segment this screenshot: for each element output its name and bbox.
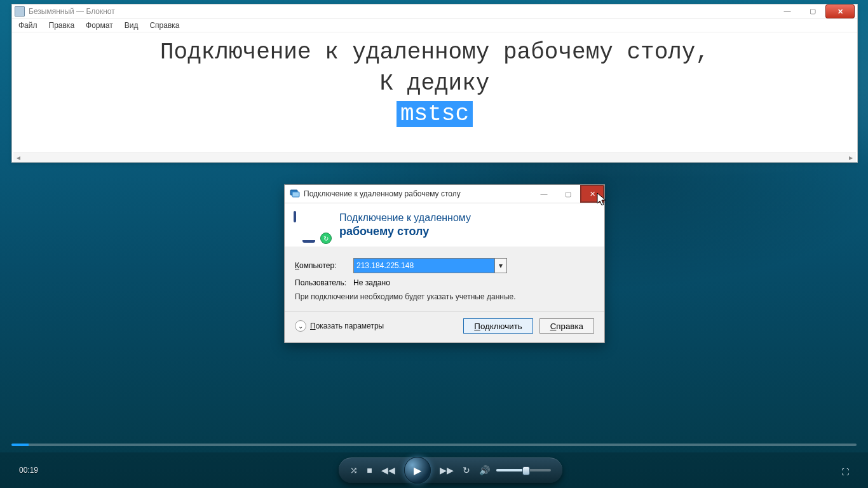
rdp-banner: ↻ Подключение к удаленному рабочему стол… [285,203,604,247]
volume-thumb[interactable] [522,466,530,475]
notepad-menu-bar: Файл Правка Формат Вид Справка [12,19,857,32]
menu-file[interactable]: Файл [17,20,39,31]
shuffle-button[interactable]: ⤮ [350,465,358,475]
volume-fill [496,469,526,471]
close-icon: ✕ [837,8,843,15]
notepad-selected-text: mstsc [397,101,473,127]
seek-bar[interactable] [11,444,857,446]
rdp-maximize-button[interactable]: ▢ [556,185,580,203]
minimize-icon: — [784,8,791,15]
rdp-connect-badge-icon: ↻ [320,233,332,244]
notepad-line-1: Подключение к удаленному рабочему столу, [22,37,847,69]
combo-caret-icon[interactable]: ▾ [494,259,506,273]
computer-combo[interactable]: ▾ [353,258,507,273]
notepad-window-controls: — ▢ ✕ [775,4,855,18]
rdp-footer: ⌄ Показать параметры Подключить Справка [285,311,604,342]
previous-button[interactable]: ◀◀ [381,465,395,475]
user-value: Не задано [353,278,390,287]
minimize-button[interactable]: — [775,4,800,17]
maximize-icon: ▢ [810,8,816,15]
maximize-button[interactable]: ▢ [800,4,825,17]
computer-input[interactable] [354,259,494,273]
rdp-body: Компьютер: ▾ Пользователь: Не задано При… [285,247,604,311]
show-options-label: Показать параметры [310,322,384,330]
svg-rect-1 [292,192,299,197]
media-player-bar: 00:19 ⤮ ■ ◀◀ ▶ ▶▶ ↻ 🔊 [0,452,868,488]
stop-button[interactable]: ■ [367,465,372,475]
notepad-window: Безымянный — Блокнот — ▢ ✕ Файл Правка Ф… [11,4,858,163]
menu-edit[interactable]: Правка [48,20,76,31]
scroll-left-icon[interactable]: ◂ [13,153,24,162]
transport-controls: ⤮ ■ ◀◀ ▶ ▶▶ ↻ 🔊 [339,458,562,483]
connect-button[interactable]: Подключить [463,318,532,334]
rdp-window-controls: — ▢ ✕ [532,185,604,203]
rdp-title: Подключение к удаленному рабочему столу [304,189,461,198]
fullscreen-button[interactable]: ⛶ [841,468,849,477]
rdp-computer-icon: ↻ [294,212,328,240]
rdp-heading-line2: рабочему столу [339,225,471,238]
help-button[interactable]: Справка [539,318,594,334]
maximize-icon: ▢ [565,191,571,198]
rdp-minimize-button[interactable]: — [532,185,556,203]
close-icon: ✕ [590,191,595,198]
notepad-titlebar[interactable]: Безымянный — Блокнот — ▢ ✕ [12,4,857,19]
menu-format[interactable]: Формат [85,20,114,31]
rdp-heading-line1: Подключение к удаленному [339,212,471,224]
volume-slider[interactable] [496,469,551,471]
rdp-titlebar[interactable]: Подключение к удаленному рабочему столу … [285,185,604,203]
scroll-right-icon[interactable]: ▸ [846,153,856,162]
close-button[interactable]: ✕ [825,4,855,18]
user-label: Пользователь: [295,278,353,287]
chevron-down-icon: ⌄ [295,320,306,332]
menu-help[interactable]: Справка [148,20,180,31]
notepad-horizontal-scrollbar[interactable]: ◂ ▸ [13,152,856,162]
show-options-toggle[interactable]: ⌄ Показать параметры [295,320,384,332]
notepad-icon [15,6,25,17]
next-button[interactable]: ▶▶ [440,465,454,475]
notepad-content: Подключение к удаленному рабочему столу,… [22,37,847,130]
notepad-title: Безымянный — Блокнот [29,7,115,16]
rdp-dialog: Подключение к удаленному рабочему столу … [284,184,605,343]
menu-view[interactable]: Вид [123,20,140,31]
play-button[interactable]: ▶ [404,457,431,484]
repeat-button[interactable]: ↻ [463,465,470,475]
notepad-text-area[interactable]: Подключение к удаленному рабочему столу,… [12,32,857,162]
notepad-line-2: К дедику [22,69,847,100]
volume-icon[interactable]: 🔊 [479,465,490,475]
minimize-icon: — [541,191,548,198]
volume-control: 🔊 [479,465,551,475]
credentials-hint: При подключении необходимо будет указать… [295,292,562,301]
playback-time: 00:19 [19,466,38,475]
rdp-close-button[interactable]: ✕ [580,185,604,203]
rdp-icon [290,189,300,199]
rdp-heading: Подключение к удаленному рабочему столу [339,212,471,240]
computer-label: Компьютер: [295,261,353,270]
